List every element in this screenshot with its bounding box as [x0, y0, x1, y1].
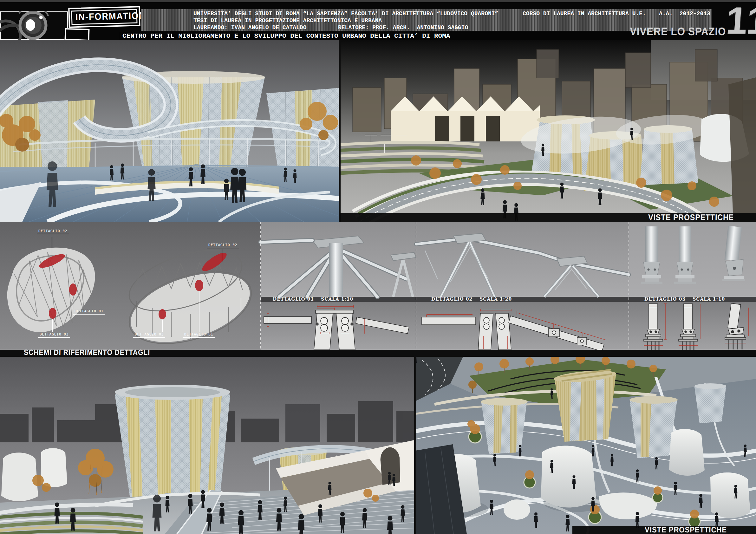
top-views-caption-bar: VISTE PROSPETTICHE: [340, 213, 756, 222]
top-render-divider: [339, 40, 340, 222]
bottom-views-caption-bar: VISTE PROSPETTICHE: [572, 526, 756, 534]
course-line: CORSO DI LAUREA IN ARCHITETTURA U.E.: [523, 11, 646, 17]
detail-01-caption: DETTAGLIO 01 SCALA 1:10: [273, 297, 353, 302]
logo-tail-shape: [65, 28, 90, 41]
bottom-views-caption: VISTE PROSPETTICHE: [645, 525, 727, 534]
advisor-line: RELATORE: PROF. ARCH. ANTONINO SAGGIO: [338, 24, 468, 31]
foreground-building: [728, 77, 756, 222]
detail-03-caption: DETTAGLIO 03 SCALA 1:10: [644, 297, 725, 302]
series-title: VIVERE LO SPAZIO: [630, 25, 726, 38]
year-label: A.A. 2012-2013: [659, 11, 710, 17]
camera-lens-graphic: [0, 12, 68, 40]
plan-detail-label-03: DETTAGLIO 03: [38, 332, 70, 338]
axon-detail-label-01: DETTAGLIO 01: [183, 332, 215, 338]
detail-03-scale: SCALA 1:10: [692, 297, 725, 302]
render-top-right-aerial: [340, 40, 756, 222]
render-bottom-left-perspective: [0, 357, 416, 534]
detail-02-caption: DETTAGLIO 02 SCALA 1:20: [431, 297, 512, 302]
axon-detail-label-02: DETTAGLIO 02: [207, 243, 239, 248]
logo-text: IN-FORMATION: [75, 10, 146, 23]
detail-01-scale: SCALA 1:10: [321, 297, 353, 302]
detail-01-label: DETTAGLIO 01: [273, 297, 314, 302]
bottom-render-divider: [414, 357, 416, 534]
in-formation-logo: IN-FORMATION: [68, 7, 140, 34]
detail-02-scale: SCALA 1:20: [479, 297, 512, 302]
candidate-line: LAUREANDO: IVAN ANGELO DE CATALDO: [193, 24, 306, 31]
top-views-caption: VISTE PROSPETTICHE: [648, 213, 734, 222]
axon-detail-label-03: DETTAGLIO 03: [133, 332, 165, 338]
render-bottom-right-aerial: [416, 357, 756, 534]
plan-detail-label-01: DETTAGLIO 01: [73, 309, 105, 314]
schematics-caption: SCHEMI DI RIFERIMENTO DETTAGLI: [24, 348, 150, 357]
detail-strip: [0, 222, 756, 357]
header-top-strip: [0, 0, 756, 2]
detail-02-label: DETTAGLIO 02: [431, 297, 472, 302]
render-top-left-perspective: [0, 40, 340, 222]
thesis-line: TESI DI LAUREA IN PROGETTAZIONE ARCHITET…: [193, 17, 382, 24]
logo-frame: IN-FORMATION: [68, 6, 140, 28]
header: IN-FORMATION UNIVERSITA’ DEGLI STUDI DI …: [0, 0, 756, 40]
detail-03-label: DETTAGLIO 03: [644, 297, 686, 302]
board-number: 11: [725, 1, 756, 39]
project-title: CENTRO PER IL MIGLIORAMENTO E LO SVILUPP…: [122, 32, 450, 40]
plan-detail-label-02: DETTAGLIO 02: [37, 229, 69, 234]
university-line: UNIVERSITA’ DEGLI STUDI DI ROMA “LA SAPI…: [193, 11, 498, 17]
presentation-board: IN-FORMATION UNIVERSITA’ DEGLI STUDI DI …: [0, 0, 756, 534]
